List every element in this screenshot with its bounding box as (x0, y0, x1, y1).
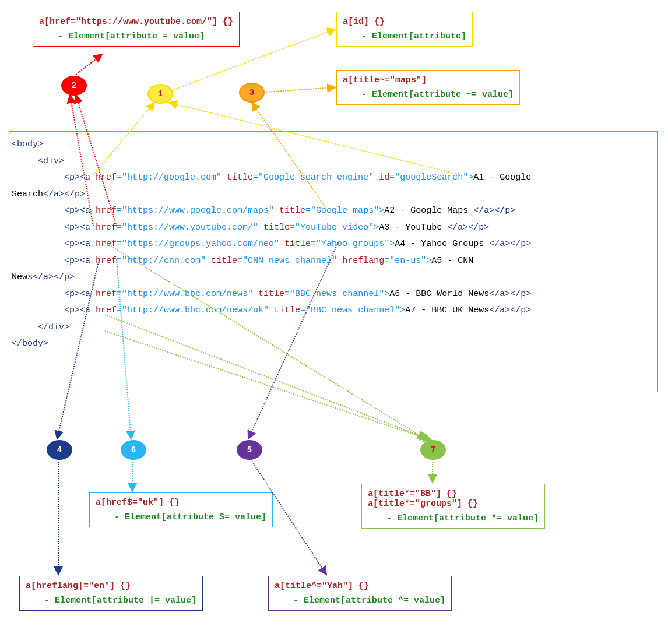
selector-box-3: a[title~="maps"] - Element[attribute ~= … (336, 70, 520, 105)
ellipse-5: 5 (237, 440, 262, 460)
ellipse-4: 4 (47, 440, 72, 460)
selector-box-4: a[hreflang|="en"] {} - Element[attribute… (19, 576, 203, 611)
rule-text: a[title*="BB"] {} (368, 489, 457, 499)
pattern-text: - Element[attribute $= value] (114, 512, 266, 522)
rule-text: a[href$="uk"] {} (96, 498, 180, 508)
ellipse-2: 2 (61, 76, 87, 96)
rule-text: a[id] {} (343, 17, 385, 27)
ellipse-1: 1 (147, 84, 173, 104)
ellipse-6: 6 (121, 440, 146, 460)
selector-box-7: a[title*="BB"] {} a[title*="groups"] {} … (361, 484, 545, 529)
pattern-text: - Element[attribute ^= value] (293, 596, 445, 606)
pattern-text: - Element[attribute |= value] (44, 596, 196, 606)
selector-box-1: a[id] {} - Element[attribute] (336, 12, 473, 47)
ellipse-7: 7 (420, 440, 446, 460)
svg-line-6 (264, 87, 335, 92)
rule-text: a[title^="Yah"] {} (275, 581, 369, 591)
selector-box-2: a[href="https://www.youtube.com/"] {} - … (33, 12, 240, 47)
rule-text: a[hreflang|="en"] {} (26, 581, 131, 591)
selector-box-5: a[title^="Yah"] {} - Element[attribute ^… (268, 576, 452, 611)
code-block: <body> <div> <p><a href="http://google.c… (9, 131, 658, 392)
pattern-text: - Element[attribute ~= value] (361, 90, 514, 100)
selector-box-6: a[href$="uk"] {} - Element[attribute $= … (89, 492, 273, 527)
pattern-text: - Element[attribute] (361, 31, 466, 41)
svg-line-3 (76, 54, 102, 75)
pattern-text: - Element[attribute *= value] (386, 513, 539, 523)
rule-text: a[title~="maps"] (343, 75, 427, 85)
rule-text: a[href="https://www.youtube.com/"] {} (39, 17, 233, 27)
ellipse-3: 3 (239, 83, 265, 103)
pattern-text: - Element[attribute = value] (58, 31, 233, 41)
rule-text-2: a[title*="groups"] {} (368, 499, 478, 509)
